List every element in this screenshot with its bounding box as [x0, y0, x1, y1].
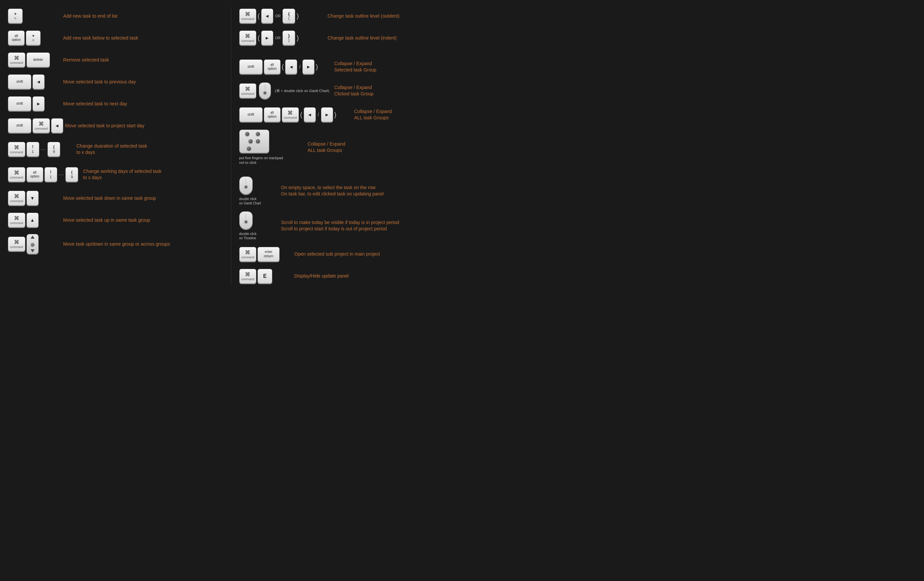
desc-indent: Change task outline level (indent) — [328, 35, 454, 41]
keys-collapse-all: shift alt option ⌘ command ( ◄ / ► — [239, 107, 352, 122]
paren-open-3: ( — [282, 63, 284, 70]
column-divider — [231, 7, 231, 286]
slash-1: / — [299, 64, 300, 69]
row-collapse-selected: shift alt option ( ◄ / ► ) Collapse / Ex… — [239, 56, 454, 77]
key-cmd-5: ⌘ command — [8, 191, 25, 205]
key-brace-open: { [ — [282, 9, 295, 23]
paren-close-4: ) — [334, 111, 337, 118]
desc-remove: Remove selected task — [63, 57, 223, 63]
dots-2: ··· — [58, 172, 64, 177]
paren-close-2: ) — [297, 35, 299, 41]
key-arrow-left-r1: ◄ — [261, 9, 273, 23]
desc-collapse-selected: Collapse / ExpandSelected task Group — [334, 61, 454, 73]
key-cmd-r2: ⌘ command — [239, 31, 257, 45]
keys-remove: ⌘ command delete — [8, 53, 61, 67]
keys-move-down: ⌘ command ▼ — [8, 191, 61, 205]
keys-collapse-clicked: ⌘ command (⌘ + double click on Gantt Cha… — [239, 83, 332, 99]
mouse-center-dot — [31, 243, 34, 246]
row-add-below: alt option + = Add new task below to sel… — [8, 28, 223, 47]
left-column: + = Add new task to end of list alt opti… — [8, 7, 223, 286]
key-arrow-right-1: ► — [33, 96, 45, 111]
row-collapse-all: shift alt option ⌘ command ( ◄ / ► — [239, 104, 454, 125]
key-arrow-down: ▼ — [26, 191, 38, 205]
row-collapse-trackpad: put five fingers on trackpadnot to click… — [239, 128, 454, 167]
or-2: OR — [275, 36, 281, 40]
keys-next-day: shift ► — [8, 96, 61, 111]
dbl-gantt-label: double clickon Gantt Chart — [239, 197, 261, 205]
key-shift-1: shift — [8, 74, 31, 89]
key-cmd-6: ⌘ command — [8, 213, 25, 227]
mouse-line — [265, 85, 265, 90]
row-collapse-clicked: ⌘ command (⌘ + double click on Gantt Cha… — [239, 81, 454, 101]
paren-open-2: ( — [257, 35, 260, 41]
paren-open-4: ( — [300, 111, 302, 118]
row-next-day: shift ► Move selected task to next day — [8, 94, 223, 113]
desc-dbl-gantt: On empty space, to select the task on th… — [281, 185, 454, 197]
row-dbl-timeline: double clickon Timeline Scroll to make t… — [239, 210, 454, 242]
key-arrow-left-r2: ◄ — [285, 59, 297, 74]
paren-close-3: ) — [316, 63, 318, 70]
keys-display-panel: ⌘ command E — [239, 269, 292, 284]
key-arrow-left-2: ◄ — [51, 118, 63, 133]
finger-dots-group — [243, 129, 266, 153]
paren-open-1: ( — [257, 13, 260, 19]
key-plus-equals: + = — [8, 9, 23, 23]
key-1-bang-2: ! 1 — [45, 167, 57, 182]
finger-dot-1 — [245, 132, 249, 136]
desc-next-day: Move selected task to next day — [63, 101, 223, 107]
mouse-dot-gantt — [264, 91, 266, 94]
mouse-line-timeline — [246, 214, 246, 219]
row-add-end: + = Add new task to end of list — [8, 7, 223, 25]
row-prev-day: shift ◄ Move selected task to previous d… — [8, 73, 223, 91]
key-enter: enter return — [257, 247, 279, 262]
spacer-1 — [239, 51, 454, 53]
dots-1: ··· — [41, 147, 46, 152]
main-layout: + = Add new task to end of list alt opti… — [8, 7, 454, 286]
key-arrow-left-1: ◄ — [33, 74, 45, 89]
key-arrow-right-r2: ► — [302, 59, 314, 74]
key-cmd-7: ⌘ command — [8, 237, 25, 251]
key-e: E — [257, 269, 272, 284]
desc-collapse-all: Collapse / ExpandALL task Groups — [354, 108, 454, 121]
keys-indent: ⌘ command ( ► OR } ] ) — [239, 31, 326, 45]
row-display-panel: ⌘ command E Display/Hide update panel — [239, 267, 454, 286]
keys-outdent: ⌘ command ( ◄ OR { [ ) — [239, 9, 326, 23]
desc-display-panel: Display/Hide update panel — [294, 273, 454, 279]
keys-add-below: alt option + = — [8, 31, 61, 45]
key-cmd-r5: ⌘ command — [239, 247, 257, 262]
finger-dot-5 — [247, 147, 251, 150]
keys-project-start: shift ⌘ command ◄ — [8, 118, 63, 133]
key-alt-r2: alt option — [264, 107, 280, 122]
row-working-days: ⌘ command alt option ! 1 ··· ( 9 Change … — [8, 163, 223, 185]
key-mouse-gantt — [259, 83, 271, 99]
key-cmd-r3: ⌘ command — [239, 83, 257, 98]
right-column: ⌘ command ( ◄ OR { [ ) Change task outli… — [239, 7, 454, 286]
row-remove: ⌘ command delete Remove selected task — [8, 51, 223, 69]
gantt-label: (⌘ + double click on Gantt Chart) — [275, 89, 329, 93]
key-alt-option-1: alt option — [8, 31, 25, 45]
key-arrow-up: ▲ — [26, 213, 38, 227]
dbl-timeline-label: double clickon Timeline — [239, 232, 257, 240]
keys-working-days: ⌘ command alt option ! 1 ··· ( 9 — [8, 167, 81, 182]
key-cmd-4: ⌘ command — [8, 167, 25, 182]
keys-move-up: ⌘ command ▲ — [8, 213, 61, 227]
key-arrow-left-r3: ◄ — [304, 107, 316, 122]
row-move-down: ⌘ command ▼ Move selected task down in s… — [8, 189, 223, 207]
row-duration: ⌘ command ! 1 ··· ( 9 Change duaration o… — [8, 138, 223, 160]
trackpad-label: put five fingers on trackpadnot to click — [239, 155, 283, 165]
finger-dot-2 — [256, 132, 260, 136]
key-brace-close: } ] — [282, 31, 295, 45]
key-9-paren: ( 9 — [48, 142, 60, 157]
key-cmd-3: ⌘ command — [8, 142, 25, 157]
desc-move-down: Move selected task down in same task gro… — [63, 195, 223, 201]
key-cmd-1: ⌘ command — [8, 53, 25, 67]
desc-dbl-timeline: Scroll to make today be visible if today… — [281, 220, 454, 232]
desc-collapse-trackpad: Collapse / ExpandALL task Groups — [308, 141, 454, 154]
row-project-start: shift ⌘ command ◄ Move selected task to … — [8, 116, 223, 135]
key-delete: delete — [26, 53, 50, 67]
desc-outdent: Change task outline level (outdent) — [328, 13, 454, 19]
desc-duration: Change duaration of selected taskto x da… — [76, 143, 223, 155]
mouse-dot-timeline — [245, 220, 247, 223]
row-outdent: ⌘ command ( ◄ OR { [ ) Change task outli… — [239, 7, 454, 25]
keys-open-sub: ⌘ command enter return — [239, 247, 292, 262]
